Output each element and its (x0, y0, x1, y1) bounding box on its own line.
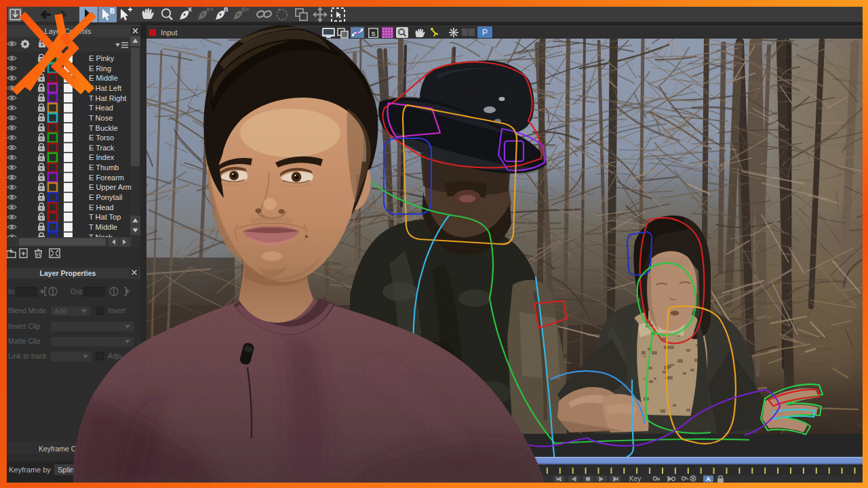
svg-text:Keyframe by: Keyframe by (9, 466, 51, 474)
svg-text:P: P (482, 28, 488, 37)
svg-text:Link to track: Link to track (8, 352, 47, 360)
svg-text:Matte Clip: Matte Clip (8, 337, 40, 345)
svg-text:B: B (224, 7, 229, 13)
svg-text:Keyframe Co: Keyframe Co (39, 445, 80, 453)
svg-text:X: X (188, 7, 192, 13)
svg-text:E Head: E Head (89, 203, 114, 211)
svg-text:Splin: Splin (58, 466, 74, 474)
svg-text:Blend Mode: Blend Mode (8, 306, 46, 314)
svg-text:Layer Properties: Layer Properties (40, 269, 96, 277)
svg-text:E Torso: E Torso (89, 134, 114, 142)
svg-text:2 5: 2 5 (297, 28, 307, 37)
svg-text:Insert Clip: Insert Clip (8, 322, 40, 330)
svg-text:Input: Input (161, 28, 177, 37)
svg-text:T Middle: T Middle (89, 223, 117, 231)
svg-text:Invert: Invert (108, 306, 125, 314)
svg-text:In: In (8, 287, 14, 296)
svg-text:S: S (371, 30, 375, 37)
svg-text:Add: Add (54, 307, 67, 315)
svg-text:E Thumb: E Thumb (89, 163, 119, 171)
svg-text:Key: Key (629, 475, 641, 483)
svg-text:X+: X+ (206, 7, 214, 13)
svg-text:T Buckle: T Buckle (89, 124, 118, 132)
svg-text:E Upper Arm: E Upper Arm (89, 183, 132, 191)
svg-text:E Index: E Index (89, 153, 115, 161)
svg-text:E Forearm: E Forearm (89, 174, 124, 182)
svg-text:B+: B+ (241, 7, 250, 13)
svg-text:E Ponytail: E Ponytail (89, 193, 123, 201)
svg-text:E Track: E Track (89, 144, 115, 152)
svg-text:Out: Out (71, 287, 82, 296)
svg-text:Adju: Adju (108, 352, 122, 360)
svg-text:T Hat Top: T Hat Top (89, 213, 121, 221)
svg-text:A: A (706, 475, 711, 483)
